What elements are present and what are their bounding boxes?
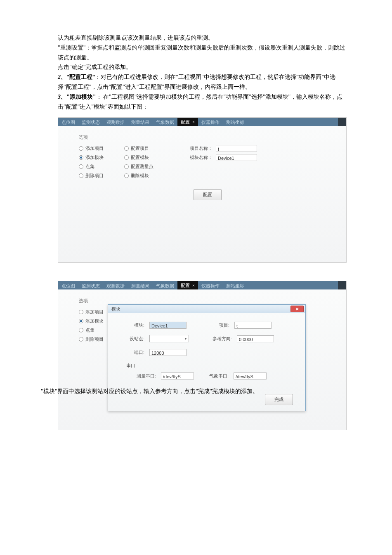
radio[interactable] [79, 328, 83, 332]
radio[interactable] [79, 310, 83, 314]
tab[interactable]: 气象数据 [153, 118, 177, 126]
radio-label: 删除项目 [85, 172, 104, 180]
tab[interactable]: 观测数据 [103, 281, 128, 289]
field-label: 参考方向: [209, 335, 232, 343]
tab-label: 配置 [181, 118, 190, 126]
ref-direction-input[interactable]: 0.0000 [237, 335, 274, 342]
radio-label: 添加项目 [85, 308, 104, 316]
project-name-input[interactable]: t [216, 145, 257, 152]
tab[interactable]: 气象数据 [153, 281, 177, 289]
modal-close-button[interactable]: ✕ [290, 306, 304, 312]
field-label: 设站点: [125, 335, 144, 343]
radio-label: 添加模块 [85, 154, 104, 161]
field-label: 模块: [125, 321, 144, 329]
tab[interactable]: 点位图 [58, 281, 78, 289]
item-title: "配置工程" [66, 74, 95, 80]
modal-titlebar: 模块 ✕ [108, 305, 305, 313]
tab[interactable]: 观测数据 [103, 118, 128, 126]
list-item-2: 2、"配置工程"：对已有的工程进展修改，则在"工程视图"中选择想要修改的工程，然… [58, 72, 347, 92]
close-icon[interactable]: × [192, 282, 195, 289]
screenshot-module-dialog: 点位图 监测状态 观测数据 测量结果 气象数据 配置 × 仪器操作 测站坐标 选… [58, 281, 347, 430]
tab-bar: 点位图 监测状态 观测数据 测量结果 气象数据 配置 × 仪器操作 测站坐标 [58, 118, 346, 126]
screenshot-config-panel: 点位图 监测状态 观测数据 测量结果 气象数据 配置 × 仪器操作 测站坐标 选… [58, 117, 347, 263]
close-icon[interactable]: × [192, 119, 195, 126]
radio[interactable] [124, 173, 129, 178]
field-label: 气象串口: [204, 372, 229, 380]
radio[interactable] [124, 155, 129, 160]
chevron-down-icon: ▼ [184, 336, 187, 342]
document-text: 认为粗差直接剔除该测量点该次测量结果，进展该点的重测。 "重测设置"：掌握点和监… [58, 33, 347, 111]
measure-serial-input[interactable]: /dev/ttyS [161, 372, 194, 379]
radio[interactable] [124, 164, 129, 169]
radio[interactable] [79, 337, 83, 342]
modal-title-text: 模块 [111, 305, 120, 313]
config-button[interactable]: 配置 [194, 189, 222, 200]
tab-active[interactable]: 配置 × [177, 118, 198, 126]
tab[interactable]: 测站坐标 [223, 118, 248, 126]
radio[interactable] [79, 146, 83, 151]
window-control[interactable] [338, 281, 346, 289]
radio-label: 删除项目 [85, 335, 104, 343]
tab[interactable]: 仪器操作 [198, 281, 223, 289]
item-body: ：对已有的工程进展修改，则在"工程视图"中选择想要修改的工程，然后在选择"功能界… [58, 74, 335, 90]
item-title: "添加模块" [66, 94, 96, 100]
port-input[interactable]: 12000 [149, 349, 187, 356]
project-input[interactable]: t [234, 322, 272, 329]
item-body: ： 在"工程视图"选择需要填加模块的工程，然后在"功能界面"选择"添加模块"，输… [58, 94, 342, 110]
serial-section-title: 串口 [126, 362, 297, 370]
tab[interactable]: 测站坐标 [223, 281, 248, 289]
window-control[interactable] [338, 118, 346, 126]
radio-label: 添加模块 [85, 317, 104, 325]
tab[interactable]: 监测状态 [78, 118, 103, 126]
field-label: 模块名称： [188, 154, 213, 161]
tab-active[interactable]: 配置 × [177, 281, 198, 289]
radio[interactable] [124, 146, 129, 151]
radio-label: 删除模块 [131, 172, 149, 180]
radio-label: 点集 [85, 326, 94, 334]
group-title: 选项 [79, 297, 336, 305]
radio-label: 配置项目 [131, 145, 149, 152]
paragraph: 点击"确定"完成工程的添加。 [58, 62, 347, 72]
list-item-3: 3、"添加模块"： 在"工程视图"选择需要填加模块的工程，然后在"功能界面"选择… [58, 92, 347, 112]
radio[interactable] [79, 173, 83, 178]
tab-bar: 点位图 监测状态 观测数据 测量结果 气象数据 配置 × 仪器操作 测站坐标 [58, 281, 346, 289]
meteo-serial-input[interactable]: /dev/ttyS [234, 372, 267, 379]
panel-body: 选项 添加项目 添加模块 点集 删除项目 配置项目 配置模块 配置测量点 删除模… [58, 126, 346, 262]
station-select[interactable]: ▼ [149, 335, 189, 342]
doc-overlay-text: "模块"界面中选择该测站对应的设站点，输入参考方向，点击"完成"完成模块的添加。 [41, 387, 338, 396]
tab[interactable]: 测量结果 [128, 281, 153, 289]
item-number: 2、 [58, 74, 66, 80]
radio-checked[interactable] [79, 319, 83, 323]
panel-body: 选项 添加项目 添加模块 点集 删除项目 配置项目 项目名称： t [58, 289, 346, 430]
radio-checked[interactable] [79, 155, 83, 160]
group-title: 选项 [79, 133, 336, 141]
tab[interactable]: 监测状态 [78, 281, 103, 289]
tab[interactable]: 测量结果 [128, 118, 153, 126]
tab[interactable]: 仪器操作 [198, 118, 223, 126]
tab-label: 配置 [181, 282, 190, 289]
radio[interactable] [79, 164, 83, 169]
field-label: 项目名称： [188, 145, 213, 152]
module-input[interactable]: Device1 [149, 322, 187, 329]
field-label: 端口: [125, 349, 144, 356]
item-number: 3、 [58, 94, 66, 100]
radio-label: 配置测量点 [131, 163, 153, 171]
field-label: 项目: [206, 321, 229, 329]
radio-label: 添加项目 [85, 145, 104, 152]
radio-label: 点集 [85, 163, 94, 171]
radio-label: 配置模块 [131, 154, 149, 161]
tab[interactable]: 点位图 [58, 118, 78, 126]
paragraph: 认为粗差直接剔除该测量点该次测量结果，进展该点的重测。 [58, 33, 347, 43]
paragraph: "重测设置"：掌握点和监测点的单测回重复测量次数和测量失败后的重测次数，假设屡次… [58, 43, 347, 63]
field-label: 测量串口: [133, 372, 156, 380]
module-name-input[interactable]: Device1 [216, 154, 257, 161]
